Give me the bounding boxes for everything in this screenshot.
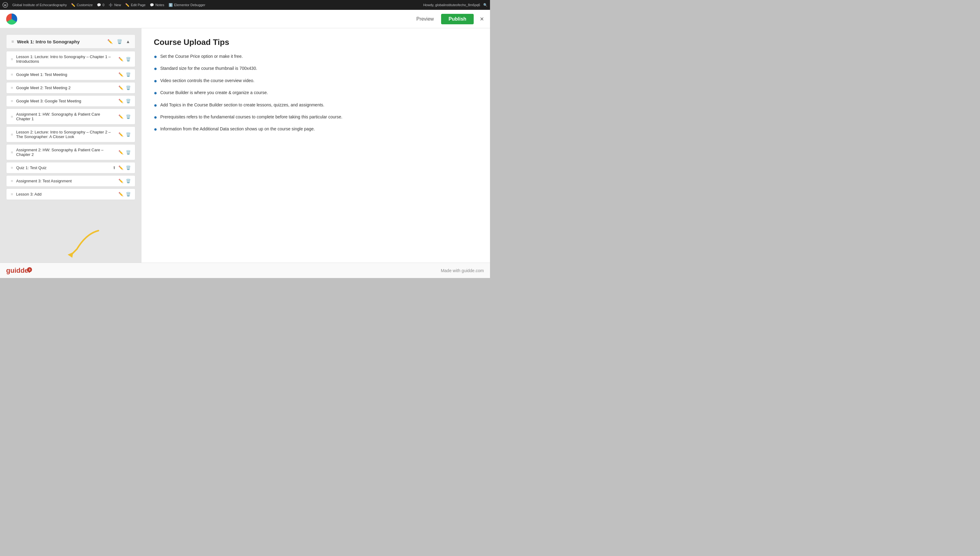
lesson-edit-button[interactable]: ✏️ xyxy=(118,115,123,119)
lesson-drag-handle[interactable]: ≡ xyxy=(11,86,13,90)
lesson-title: Assignment 2: HW: Sonography & Patient C… xyxy=(16,148,115,157)
lesson-drag-handle[interactable]: ≡ xyxy=(11,192,13,197)
lesson-edit-button[interactable]: ✏️ xyxy=(118,57,123,61)
site-name[interactable]: Global Institute of Echocardiography xyxy=(12,3,67,7)
lesson-drag-handle[interactable]: ≡ xyxy=(11,132,13,137)
lesson-delete-button[interactable]: 🗑️ xyxy=(126,57,131,61)
left-panel: ≡ Week 1: Intro to Sonography ✏️ 🗑️ ▲ ≡ … xyxy=(0,28,141,263)
notification-badge: 3 xyxy=(27,267,32,272)
tip-item: ● Add Topics in the Course Builder secti… xyxy=(154,102,478,109)
lesson-item: ≡ Lesson 3: Add ✏️ 🗑️ xyxy=(6,189,135,200)
comments-link[interactable]: 💬 0 xyxy=(97,3,104,7)
lesson-edit-button[interactable]: ✏️ xyxy=(118,192,123,197)
bottom-bar: guidde. 3 Made with guidde.com xyxy=(0,263,490,278)
lesson-drag-handle[interactable]: ≡ xyxy=(11,150,13,155)
lesson-delete-button[interactable]: 🗑️ xyxy=(126,132,131,137)
elementor-debugger-link[interactable]: ℹ️ Elementor Debugger xyxy=(168,3,205,7)
lesson-edit-button[interactable]: ✏️ xyxy=(118,165,123,170)
lesson-drag-handle[interactable]: ≡ xyxy=(11,57,13,61)
tip-item: ● Video section controls the course over… xyxy=(154,78,478,84)
lesson-delete-button[interactable]: 🗑️ xyxy=(126,115,131,119)
main-content: ≡ Week 1: Intro to Sonography ✏️ 🗑️ ▲ ≡ … xyxy=(0,28,490,263)
tip-bullet: ● xyxy=(154,53,157,60)
lesson-item: ≡ Lesson 2: Lecture: Intro to Sonography… xyxy=(6,126,135,142)
lesson-delete-button[interactable]: 🗑️ xyxy=(126,72,131,77)
tip-item: ● Set the Course Price option or make it… xyxy=(154,53,478,60)
lesson-item: ≡ Google Meet 1: Test Meeting ✏️ 🗑️ xyxy=(6,69,135,80)
elementor-logo xyxy=(6,13,17,24)
wp-logo[interactable]: W xyxy=(2,2,8,8)
lesson-item: ≡ Google Meet 3: Google Test Meeting ✏️ … xyxy=(6,95,135,107)
tip-item: ● Standard size for the course thumbnail… xyxy=(154,65,478,72)
lesson-delete-button[interactable]: 🗑️ xyxy=(126,86,131,90)
lesson-drag-handle[interactable]: ≡ xyxy=(11,179,13,183)
lesson-edit-button[interactable]: ✏️ xyxy=(118,150,123,155)
lesson-list: ≡ Lesson 1: Lecture: Intro to Sonography… xyxy=(6,51,135,200)
lesson-drag-handle[interactable]: ≡ xyxy=(11,99,13,103)
lesson-drag-handle[interactable]: ≡ xyxy=(11,72,13,77)
editor-header: Preview Publish × xyxy=(0,10,490,28)
tips-list: ● Set the Course Price option or make it… xyxy=(154,53,478,133)
lesson-edit-button[interactable]: ✏️ xyxy=(118,132,123,137)
customize-link[interactable]: ✏️ Customize xyxy=(71,3,92,7)
lesson-edit-button[interactable]: ✏️ xyxy=(118,72,123,77)
tip-item: ● Prerequisites refers to the fundamenta… xyxy=(154,114,478,121)
lesson-delete-button[interactable]: 🗑️ xyxy=(126,165,131,170)
lesson-delete-button[interactable]: 🗑️ xyxy=(126,99,131,103)
lesson-title: Quiz 1: Test Quiz xyxy=(16,165,110,170)
tip-bullet: ● xyxy=(154,114,157,121)
tip-text: Information from the Additional Data sec… xyxy=(160,126,315,132)
lesson-title: Lesson 1: Lecture: Intro to Sonography –… xyxy=(16,55,115,64)
section-edit-button[interactable]: ✏️ xyxy=(107,39,113,45)
tip-text: Add Topics in the Course Builder section… xyxy=(160,102,325,108)
tips-title: Course Upload Tips xyxy=(154,37,478,47)
tip-item: ● Course Builder is where you create & o… xyxy=(154,89,478,97)
close-button[interactable]: × xyxy=(480,15,484,23)
section-title: Week 1: Intro to Sonography xyxy=(17,39,107,44)
lesson-drag-handle[interactable]: ≡ xyxy=(11,115,13,119)
preview-button[interactable]: Preview xyxy=(412,15,437,24)
tip-bullet: ● xyxy=(154,102,157,109)
search-icon[interactable]: 🔍 xyxy=(483,3,488,7)
user-info: Howdy, globalinstituteofecho_8m6pq6 xyxy=(423,3,480,7)
lesson-title: Google Meet 2: Test Meeting 2 xyxy=(16,86,115,90)
new-link[interactable]: ➕ New xyxy=(108,3,121,7)
tip-text: Standard size for the course thumbnail i… xyxy=(160,65,257,72)
lesson-title: Google Meet 1: Test Meeting xyxy=(16,72,115,77)
tip-text: Prerequisites refers to the fundamental … xyxy=(160,114,342,120)
section-collapse-button[interactable]: ▲ xyxy=(126,39,130,44)
lesson-edit-button[interactable]: ✏️ xyxy=(118,99,123,103)
notes-link[interactable]: 💬 Notes xyxy=(150,3,164,7)
lesson-item: ≡ Lesson 1: Lecture: Intro to Sonography… xyxy=(6,51,135,67)
edit-page-link[interactable]: ✏️ Edit Page xyxy=(125,3,146,7)
tip-bullet: ● xyxy=(154,89,157,97)
tip-bullet: ● xyxy=(154,78,157,84)
lesson-delete-button[interactable]: 🗑️ xyxy=(126,192,131,197)
tip-text: Course Builder is where you create & org… xyxy=(160,89,268,96)
tip-text: Video section controls the course overvi… xyxy=(160,78,254,84)
lesson-edit-button[interactable]: ✏️ xyxy=(118,86,123,90)
lesson-title: Assignment 3: Test Assignment xyxy=(16,179,115,183)
lesson-item: ≡ Quiz 1: Test Quiz ⬆ ✏️ 🗑️ xyxy=(6,162,135,173)
lesson-delete-button[interactable]: 🗑️ xyxy=(126,179,131,183)
lesson-title: Google Meet 3: Google Test Meeting xyxy=(16,99,115,103)
right-panel: Course Upload Tips ● Set the Course Pric… xyxy=(141,28,490,263)
lesson-edit-button[interactable]: ✏️ xyxy=(118,179,123,183)
drag-handle-icon[interactable]: ≡ xyxy=(11,39,14,44)
lesson-title: Lesson 3: Add xyxy=(16,192,115,197)
tip-bullet: ● xyxy=(154,65,157,72)
lesson-drag-handle[interactable]: ≡ xyxy=(11,165,13,170)
lesson-item: ≡ Assignment 2: HW: Sonography & Patient… xyxy=(6,144,135,160)
tip-item: ● Information from the Additional Data s… xyxy=(154,126,478,133)
lesson-item: ≡ Assignment 3: Test Assignment ✏️ 🗑️ xyxy=(6,175,135,187)
lesson-delete-button[interactable]: 🗑️ xyxy=(126,150,131,155)
lesson-item: ≡ Google Meet 2: Test Meeting 2 ✏️ 🗑️ xyxy=(6,82,135,94)
tip-text: Set the Course Price option or make it f… xyxy=(160,53,243,60)
svg-text:W: W xyxy=(4,4,7,7)
guidde-logo: guidde. xyxy=(6,267,30,274)
lesson-upload-button[interactable]: ⬆ xyxy=(113,165,116,170)
section-delete-button[interactable]: 🗑️ xyxy=(116,39,123,45)
tip-bullet: ● xyxy=(154,126,157,133)
made-with-text: Made with guidde.com xyxy=(441,268,484,273)
publish-button[interactable]: Publish xyxy=(441,14,474,24)
